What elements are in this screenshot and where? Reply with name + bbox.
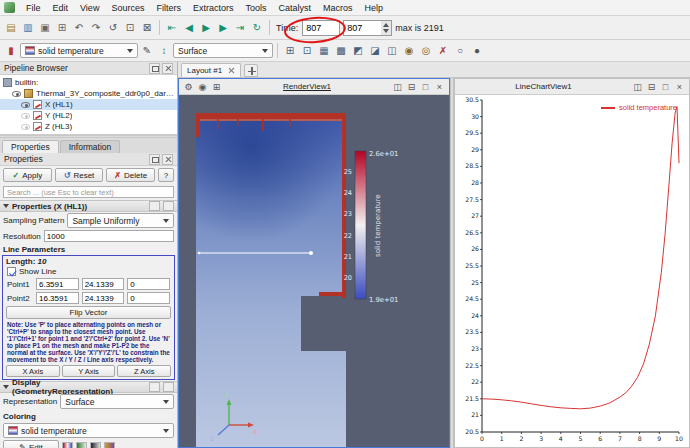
previous-frame-button[interactable]: ◀ [181,20,197,36]
delete-button[interactable]: ✗ Delete [106,168,155,182]
point1-y-input[interactable] [82,278,125,290]
split-horizontal-icon[interactable]: ◫ [391,80,404,93]
copy-display-icon[interactable] [149,382,160,392]
time-value-input[interactable] [302,20,340,36]
pipeline-item-builtin[interactable]: builtin: [0,77,177,88]
color-by-combo[interactable]: solid temperature [20,43,138,58]
point2-y-input[interactable] [82,292,125,304]
pipeline-item-x-hl1[interactable]: X (HL1) [0,99,177,110]
reset-camera-icon[interactable]: ↺ [105,20,121,36]
last-frame-button[interactable]: ⇥ [232,20,248,36]
point1-z-input[interactable] [127,278,170,290]
menu-filters[interactable]: Filters [150,2,187,14]
chart-view-title[interactable]: LineChartView1 [458,82,629,91]
line-chart[interactable]: 30.53029.52928.52827.52726.52625.52524.5… [455,95,689,447]
undo-icon[interactable]: ↶ [71,20,87,36]
select-cells-through-icon[interactable]: ▦ [316,43,332,59]
chart-area[interactable]: 30.53029.52928.52827.52726.52625.52524.5… [455,95,689,447]
interactive-select-cells-icon[interactable]: ◪ [367,43,383,59]
close-dock-button[interactable] [162,63,173,74]
x-axis-button[interactable]: X Axis [6,365,60,377]
paste-display-icon[interactable] [163,382,174,392]
flip-vector-button[interactable]: Flip Vector [6,306,171,319]
edit-color-map-icon[interactable]: ✎ [139,43,155,59]
section-properties-header[interactable]: Properties (X (HL1)) [0,200,177,212]
visibility-eye-icon[interactable] [21,113,30,119]
menu-help[interactable]: Help [358,2,389,14]
export-scene-icon[interactable]: ⊞ [54,20,70,36]
float-dock-button[interactable] [149,154,160,165]
menu-edit[interactable]: Edit [47,2,75,14]
layout-tab[interactable]: Layout #1 [181,63,241,77]
maximize-view-icon[interactable]: □ [659,80,672,93]
zoom-to-data-icon[interactable]: ○ [452,43,468,59]
add-layout-button[interactable] [244,64,258,77]
point2-x-input[interactable] [36,292,79,304]
redo-icon[interactable]: ↷ [88,20,104,36]
select-block-icon[interactable]: ◩ [350,43,366,59]
split-horizontal-icon[interactable]: ◫ [631,80,644,93]
visibility-eye-icon[interactable] [21,124,30,130]
split-vertical-icon[interactable]: ⊟ [645,80,658,93]
pipeline-item-z-hl3[interactable]: Z (HL3) [0,121,177,132]
rescale-temporal-icon[interactable] [90,442,101,448]
copy-properties-icon[interactable] [149,201,160,211]
render-viewport[interactable]: 2.6e+01 1.9e+01 252423222120 solid tempe… [179,95,449,447]
float-dock-button[interactable] [149,63,160,74]
clear-selection-icon[interactable]: ✗ [435,43,451,59]
rescale-to-data-icon[interactable] [62,442,73,448]
reset-button[interactable]: ↺ Reset [55,168,104,182]
set-view-direction-icon[interactable]: ⊡ [122,20,138,36]
point2-z-input[interactable] [127,292,170,304]
view-settings-icon[interactable]: ⚙ [182,80,195,93]
hover-cells-icon[interactable]: ◉ [401,43,417,59]
menu-extractors[interactable]: Extractors [187,2,240,14]
axes-grid-icon[interactable]: ⊞ [210,80,223,93]
close-view-icon[interactable]: × [433,80,446,93]
menu-catalyst[interactable]: Catalyst [272,2,317,14]
menu-sources[interactable]: Sources [105,2,150,14]
paste-properties-icon[interactable] [163,201,174,211]
resolution-input[interactable] [44,230,174,242]
select-points-on-icon[interactable]: ⊡ [299,43,315,59]
representation-combo[interactable]: Surface [173,43,273,58]
pipeline-item-y-hl2[interactable]: Y (HL2) [0,110,177,121]
section-display-header[interactable]: Display (GeometryRepresentation) [0,381,177,393]
help-button[interactable]: ? [158,168,174,182]
frame-value-input[interactable] [343,20,381,36]
select-points-through-icon[interactable]: ▩ [333,43,349,59]
toggle-color-legend-icon[interactable]: ▮ [3,43,19,59]
close-dock-button[interactable] [162,154,173,165]
loop-button[interactable]: ↻ [249,20,265,36]
menu-tools[interactable]: Tools [239,2,272,14]
pipeline-item-source-file[interactable]: Thermal_3Y_composite_ddr0p0_dar0p0_dm0p0… [0,88,177,99]
spin-down-icon[interactable] [383,29,389,33]
screenshot-icon[interactable]: ▣ [37,20,53,36]
menu-file[interactable]: File [20,2,47,14]
show-line-checkbox[interactable] [7,267,16,276]
coloring-array-combo[interactable]: solid temperature [3,423,174,438]
visibility-eye-icon[interactable] [12,91,21,97]
representation-select[interactable]: Surface [60,394,174,409]
rescale-range-icon[interactable]: ↕ [156,43,172,59]
split-vertical-icon[interactable]: ⊟ [405,80,418,93]
tab-information[interactable]: Information [60,140,121,153]
sampling-pattern-combo[interactable]: Sample Uniformly [67,213,174,228]
apply-button[interactable]: ✓ Apply [3,168,52,182]
play-button[interactable]: ▶ [198,20,214,36]
save-state-icon[interactable]: ▥ [20,20,36,36]
menu-view[interactable]: View [74,2,105,14]
menu-macros[interactable]: Macros [317,2,359,14]
hover-points-icon[interactable]: ◎ [418,43,434,59]
visibility-eye-icon[interactable] [21,102,30,108]
zoom-to-selection-icon[interactable]: ● [469,43,485,59]
render-view-title[interactable]: RenderView1 [225,82,389,91]
next-frame-button[interactable]: ▶ [215,20,231,36]
edit-colormap-button[interactable]: ✎ Edit [3,440,59,448]
spin-up-icon[interactable] [383,23,389,27]
open-file-icon[interactable]: ▤ [3,20,19,36]
point1-x-input[interactable] [36,278,79,290]
close-view-icon[interactable]: × [673,80,686,93]
first-frame-button[interactable]: ⇤ [164,20,180,36]
frame-spinbox[interactable] [343,20,392,36]
